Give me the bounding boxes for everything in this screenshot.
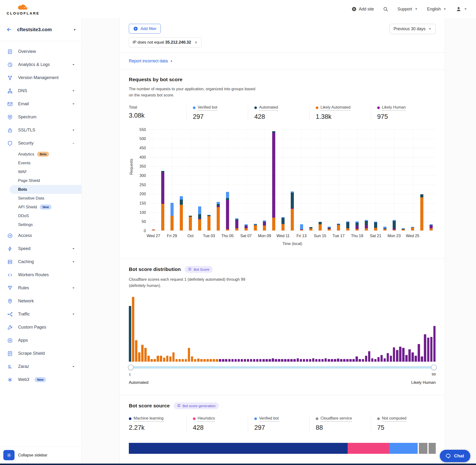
bot-score-generation-badge[interactable]: Bot score generation xyxy=(174,402,219,409)
stat-label[interactable]: Heuristics xyxy=(198,416,215,422)
stacked-bar-day-9[interactable] xyxy=(226,192,229,231)
hist-bar-score-85[interactable] xyxy=(390,356,392,361)
hist-bar-score-83[interactable] xyxy=(384,358,386,362)
hist-bar-score-20[interactable] xyxy=(188,348,190,361)
hist-bar-score-37[interactable] xyxy=(241,359,243,362)
stacked-bar-day-7[interactable] xyxy=(207,215,211,231)
hist-bar-score-36[interactable] xyxy=(238,359,240,362)
hist-bar-score-62[interactable] xyxy=(318,359,321,362)
hist-bar-score-30[interactable] xyxy=(219,359,221,362)
hist-bar-score-48[interactable] xyxy=(275,359,277,362)
hist-bar-score-90[interactable] xyxy=(405,355,408,361)
slider-handle-right[interactable] xyxy=(431,365,437,370)
hist-bar-score-60[interactable] xyxy=(312,358,315,362)
back-arrow-icon[interactable] xyxy=(6,26,12,33)
hist-bar-score-56[interactable] xyxy=(300,359,302,362)
hist-bar-score-41[interactable] xyxy=(253,359,255,362)
close-icon[interactable] xyxy=(194,41,198,44)
hist-bar-score-68[interactable] xyxy=(337,359,339,361)
collapse-sidebar[interactable]: Collapse sidebar xyxy=(0,446,81,464)
hist-bar-score-25[interactable] xyxy=(203,359,206,362)
hist-bar-score-11[interactable] xyxy=(160,356,162,361)
hist-bar-score-46[interactable] xyxy=(269,359,271,362)
hist-bar-score-28[interactable] xyxy=(213,359,215,362)
sidebar-item-apps[interactable]: Apps xyxy=(0,334,81,347)
hist-bar-score-77[interactable] xyxy=(365,356,367,361)
hist-bar-score-47[interactable] xyxy=(272,358,274,362)
hist-bar-score-2[interactable] xyxy=(132,297,134,362)
hist-bar-score-45[interactable] xyxy=(265,359,268,362)
hist-bar-score-76[interactable] xyxy=(362,359,364,362)
hist-bar-score-64[interactable] xyxy=(325,358,327,362)
support-menu[interactable]: Support xyxy=(397,7,418,12)
sidebar-item-workers-routes[interactable]: Workers Routes xyxy=(0,268,81,281)
source-segment-machine-learning[interactable] xyxy=(129,443,348,454)
add-site-button[interactable]: Add site xyxy=(351,6,374,12)
hist-bar-score-92[interactable] xyxy=(412,352,414,361)
sidebar-subitem-analytics[interactable]: AnalyticsBeta xyxy=(0,150,81,159)
sidebar-item-custom-pages[interactable]: Custom Pages xyxy=(0,321,81,334)
hist-bar-score-91[interactable] xyxy=(408,349,411,362)
hist-bar-score-59[interactable] xyxy=(309,359,311,362)
hist-bar-score-42[interactable] xyxy=(256,359,259,362)
stacked-bar-day-27[interactable] xyxy=(393,220,396,231)
sidebar-item-network[interactable]: Network xyxy=(0,295,81,308)
sidebar-item-speed[interactable]: Speed xyxy=(0,242,81,255)
filter-chip[interactable]: IP does not equal 35.212.240.32 xyxy=(129,37,202,47)
hist-bar-score-89[interactable] xyxy=(402,348,405,361)
report-incorrect-data-link[interactable]: Report incorrect data xyxy=(129,59,173,63)
sidebar-item-overview[interactable]: Overview xyxy=(0,45,81,58)
hist-bar-score-31[interactable] xyxy=(222,359,224,362)
hist-bar-score-88[interactable] xyxy=(399,347,402,362)
sidebar-item-version-management[interactable]: Version Management xyxy=(0,71,81,84)
hist-bar-score-66[interactable] xyxy=(331,359,333,362)
hist-bar-score-86[interactable] xyxy=(393,347,395,362)
language-menu[interactable]: English xyxy=(427,7,447,12)
account-menu[interactable] xyxy=(456,6,467,12)
stat-label[interactable]: Automated xyxy=(259,105,278,111)
stacked-bar-day-25[interactable] xyxy=(374,222,377,231)
hist-bar-score-33[interactable] xyxy=(228,359,231,362)
stacked-bar-day-16[interactable] xyxy=(291,191,294,231)
stacked-bar-day-31[interactable] xyxy=(430,224,433,231)
hist-bar-score-94[interactable] xyxy=(418,344,420,361)
hist-bar-score-18[interactable] xyxy=(182,359,184,362)
stacked-bar-day-2[interactable] xyxy=(161,171,164,231)
hist-bar-score-32[interactable] xyxy=(225,359,227,362)
hist-bar-score-49[interactable] xyxy=(278,359,280,362)
hist-bar-score-39[interactable] xyxy=(247,359,249,362)
hist-bar-score-96[interactable] xyxy=(424,334,426,361)
stacked-bar-day-24[interactable] xyxy=(365,220,368,231)
slider-track[interactable] xyxy=(129,366,435,369)
hist-bar-score-97[interactable] xyxy=(427,338,430,362)
hist-bar-score-4[interactable] xyxy=(138,352,140,361)
search-button[interactable] xyxy=(383,6,388,12)
hist-bar-score-40[interactable] xyxy=(250,359,252,362)
hist-bar-score-21[interactable] xyxy=(191,356,193,362)
hist-bar-score-44[interactable] xyxy=(262,359,265,362)
date-range-select[interactable]: Previous 30 days xyxy=(390,24,436,34)
hist-bar-score-63[interactable] xyxy=(321,359,324,362)
hist-bar-score-98[interactable] xyxy=(430,337,433,361)
stacked-bar-day-21[interactable] xyxy=(337,223,340,231)
stacked-bar-day-13[interactable] xyxy=(263,221,266,231)
hist-bar-score-26[interactable] xyxy=(206,359,209,362)
stacked-bar-day-5[interactable] xyxy=(189,216,192,231)
sidebar-subitem-ddos[interactable]: DDoS xyxy=(0,211,81,220)
hist-bar-score-1[interactable] xyxy=(129,306,131,362)
sidebar-subitem-page-shield[interactable]: Page Shield xyxy=(0,176,81,185)
hist-bar-score-34[interactable] xyxy=(232,359,234,362)
hist-bar-score-81[interactable] xyxy=(377,357,380,362)
add-filter-button[interactable]: Add filter xyxy=(129,24,161,33)
sidebar-item-email[interactable]: Email xyxy=(0,97,81,110)
gear-icon[interactable] xyxy=(3,450,14,460)
sidebar-item-traffic[interactable]: Traffic xyxy=(0,308,81,321)
hist-bar-score-82[interactable] xyxy=(381,355,383,361)
hist-bar-score-15[interactable] xyxy=(172,352,175,361)
bot-score-badge[interactable]: Bot Score xyxy=(185,266,213,273)
hist-bar-score-54[interactable] xyxy=(293,359,296,362)
hist-bar-score-78[interactable] xyxy=(368,351,370,362)
sidebar-subitem-sensitive-data[interactable]: Sensitive Data xyxy=(0,194,81,203)
stacked-bar-day-8[interactable] xyxy=(217,202,220,231)
sidebar-item-scrape-shield[interactable]: Scrape Shield xyxy=(0,347,81,360)
